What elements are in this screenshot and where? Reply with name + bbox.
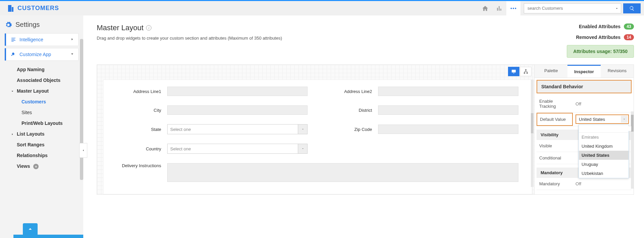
textarea-delivery[interactable] — [167, 163, 518, 182]
label-conditional: Conditional — [537, 152, 573, 164]
input-address2[interactable] — [378, 87, 518, 96]
tab-palette[interactable]: Palette — [535, 65, 567, 78]
chevron-down-icon — [298, 144, 307, 153]
sidebar-collapse-handle[interactable] — [79, 143, 87, 158]
nav-intelligence[interactable]: Intelligence — [5, 33, 79, 46]
nav-sites[interactable]: Sites — [9, 107, 79, 118]
inspector-scrollbar[interactable] — [631, 111, 634, 189]
chevron-up-icon — [27, 226, 33, 232]
label-mandatory: Mandatory — [537, 178, 573, 190]
default-value-dropdown-list: Emirates United Kingdom United States Ur… — [579, 125, 629, 178]
nav-views[interactable]: Views + — [9, 161, 79, 172]
dropdown-option-selected[interactable]: United States — [579, 151, 629, 160]
nav-master-layout[interactable]: Master Layout — [9, 86, 79, 96]
page-subtitle: Drag and drop widgets to create your cus… — [97, 36, 282, 41]
input-zip[interactable] — [378, 125, 518, 134]
label-visible: Visible — [537, 140, 573, 152]
dropdown-search-input[interactable] — [581, 126, 631, 131]
search-icon — [629, 6, 635, 11]
home-icon[interactable] — [478, 1, 492, 15]
label-state: State — [117, 127, 167, 132]
removed-attributes: Removed Attributes 14 — [567, 34, 634, 40]
dropdown-option[interactable]: Uzbekistan — [579, 169, 629, 178]
nav-app-naming[interactable]: App Naming — [9, 64, 79, 75]
chevron-down-icon — [11, 89, 14, 94]
tab-revisions[interactable]: Revisions — [601, 65, 634, 78]
sidebar-title: Settings — [5, 21, 79, 29]
select-country[interactable]: Select one — [167, 144, 308, 154]
plus-icon[interactable]: + — [33, 164, 39, 169]
canvas-scrollbar[interactable] — [531, 80, 534, 187]
search-wrap — [524, 3, 641, 13]
svg-point-1 — [513, 7, 514, 9]
select-state[interactable]: Select one — [167, 124, 308, 134]
sidebar-scrollbar[interactable] — [80, 39, 83, 180]
layout-canvas[interactable]: Address Line1 Address Line2 City Di — [97, 65, 534, 194]
chevron-right-icon — [70, 37, 74, 42]
nav-sort-ranges[interactable]: Sort Ranges — [9, 139, 79, 150]
svg-point-2 — [515, 7, 516, 9]
value-enable-tracking[interactable]: Off — [573, 99, 632, 108]
input-address1[interactable] — [167, 87, 308, 96]
label-country: Country — [117, 146, 167, 151]
label-default-value: Default Value — [537, 113, 573, 126]
nav-print-web[interactable]: Print/Web Layouts — [9, 118, 79, 129]
chevron-down-icon — [621, 116, 628, 123]
dropdown-option[interactable]: United Kingdom — [579, 142, 629, 151]
default-value-dropdown[interactable]: United States — [576, 114, 629, 124]
nav-associated-objects[interactable]: Associated Objects — [9, 75, 79, 86]
nav-customize-app[interactable]: Customize App — [5, 48, 79, 61]
removed-badge: 14 — [624, 34, 634, 40]
input-district[interactable] — [378, 105, 518, 115]
input-city[interactable] — [167, 105, 308, 115]
enabled-badge: 43 — [624, 23, 634, 30]
nav-tree: App Naming Associated Objects Master Lay… — [5, 63, 79, 172]
intelligence-icon — [10, 37, 17, 42]
nav-list-layouts[interactable]: List Layouts — [9, 129, 79, 139]
form-panel: Address Line1 Address Line2 City Di — [103, 80, 532, 194]
usage-banner: Attributes usage: 57/350 — [567, 45, 634, 58]
gear-icon — [5, 21, 12, 29]
main: Master Layout i Drag and drop widgets to… — [83, 15, 644, 238]
label-enable-tracking: Enable Tracking — [537, 95, 573, 112]
tools-icon — [10, 52, 17, 57]
topbar: CUSTOMERS — [0, 0, 644, 15]
desktop-icon — [511, 69, 516, 74]
search-dropdown-toggle[interactable] — [612, 3, 621, 13]
label-city: City — [117, 108, 167, 113]
hierarchy-icon — [523, 69, 528, 74]
chevron-right-icon — [11, 132, 14, 137]
label-district: District — [328, 108, 378, 113]
search-input[interactable] — [524, 3, 621, 13]
brand-label: CUSTOMERS — [17, 5, 59, 12]
nav-customers[interactable]: Customers — [9, 96, 79, 107]
enabled-attributes: Enabled Attributes 43 — [567, 23, 634, 30]
chart-icon[interactable] — [492, 1, 506, 15]
canvas-wrap: Address Line1 Address Line2 City Di — [97, 64, 634, 195]
chevron-down-icon — [70, 52, 74, 57]
label-delivery: Delivery Instructions — [117, 163, 167, 169]
label-address2: Address Line2 — [328, 89, 378, 94]
label-address1: Address Line1 — [117, 89, 167, 94]
dropdown-option[interactable]: Uruguay — [579, 160, 629, 169]
tab-inspector[interactable]: Inspector — [567, 65, 600, 78]
dropdown-option[interactable]: Emirates — [579, 133, 629, 142]
value-mandatory[interactable]: Off — [573, 179, 632, 188]
nav-customize-label: Customize App — [19, 52, 51, 57]
label-zip: Zip Code — [328, 127, 378, 132]
tree-view-button[interactable] — [520, 67, 532, 76]
building-icon — [7, 4, 15, 12]
page-title: Master Layout i — [97, 23, 282, 32]
brand[interactable]: CUSTOMERS — [7, 4, 59, 12]
nav-relationships[interactable]: Relationships — [9, 150, 79, 161]
desktop-view-button[interactable] — [508, 67, 519, 76]
inspector-section-standard-behavior: Standard Behavior — [537, 80, 632, 93]
svg-point-0 — [511, 7, 512, 9]
inspector-panel: Palette Inspector Revisions Standard Beh… — [534, 65, 634, 194]
sidebar: Settings Intelligence Customize App App … — [0, 15, 83, 238]
collapse-button[interactable] — [23, 223, 38, 235]
more-icon[interactable] — [506, 1, 520, 15]
info-icon[interactable]: i — [146, 25, 151, 31]
search-button[interactable] — [623, 3, 641, 13]
nav-intelligence-label: Intelligence — [19, 37, 43, 42]
